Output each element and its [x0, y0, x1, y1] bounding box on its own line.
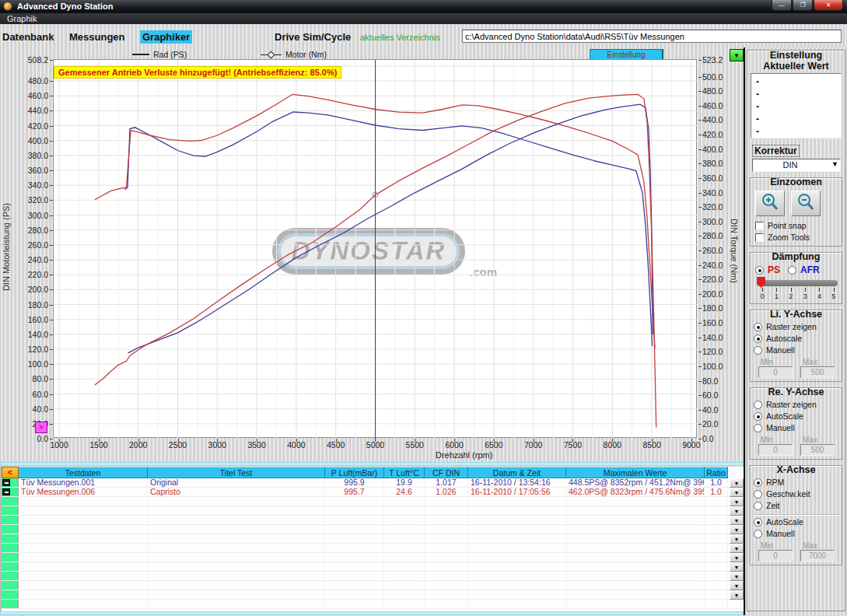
column-header-t-luft-c[interactable]: T Luft°C	[384, 467, 425, 478]
radio-geschw-keit[interactable]: Geschw.keit	[754, 489, 838, 499]
tab-drive-sim-cycle[interactable]: Drive Sim/Cycle	[272, 30, 353, 44]
radio-label: Manuell	[766, 423, 795, 432]
tab-graphiker[interactable]: Graphiker	[140, 30, 192, 44]
row-selector-cell[interactable]	[2, 497, 19, 506]
li-y-min-input[interactable]: 0	[758, 366, 793, 378]
korrektur-dropdown[interactable]: DIN ▼	[752, 159, 841, 172]
row-selector-cell[interactable]	[2, 478, 19, 487]
tab-datenbank[interactable]: Datenbank	[0, 30, 56, 44]
row-selector-cell[interactable]	[2, 600, 19, 608]
horizontal-scroll-strip[interactable]	[0, 462, 744, 466]
checkbox-icon[interactable]	[755, 222, 764, 230]
directory-path-input[interactable]	[462, 30, 842, 43]
radio-autoscale[interactable]: AutoScale	[754, 517, 838, 527]
magenta-expand-button[interactable]: >	[35, 422, 47, 433]
radio-icon[interactable]	[754, 334, 762, 343]
row-dropdown-button[interactable]: ▼	[730, 590, 744, 600]
row-selector-cell[interactable]	[2, 544, 19, 552]
column-header-titel-test[interactable]: Titel Test	[148, 467, 325, 478]
row-select-icon[interactable]	[2, 479, 10, 486]
zoom-in-button[interactable]	[755, 191, 785, 216]
radio-ps[interactable]: PS	[755, 264, 780, 275]
maximize-button[interactable]: ❐	[793, 0, 813, 11]
x-min-input[interactable]: 0	[758, 550, 793, 562]
radio-icon[interactable]	[754, 346, 762, 355]
radio-manuell[interactable]: Manuell	[754, 345, 838, 355]
row-selector-cell[interactable]	[2, 572, 19, 580]
radio-autoscale[interactable]: Autoscale	[754, 334, 838, 343]
row-selector-cell[interactable]	[2, 581, 19, 590]
radio-icon[interactable]	[754, 530, 762, 538]
bottom-scroll-strip[interactable]	[0, 611, 744, 615]
table-cell	[566, 516, 705, 524]
row-selector-cell[interactable]	[2, 516, 19, 524]
row-selector-cell[interactable]	[2, 506, 19, 515]
radio-raster-zeigen[interactable]: Raster zeigen	[754, 400, 838, 409]
radio-icon[interactable]	[754, 424, 762, 432]
daempfung-slider[interactable]	[757, 280, 838, 286]
zoom-out-button[interactable]	[791, 191, 821, 216]
row-selector-cell[interactable]	[2, 534, 19, 543]
checkbox-icon[interactable]	[755, 233, 764, 242]
row-selector-cell[interactable]	[2, 553, 19, 562]
row-dropdown-button[interactable]: ▼	[730, 581, 744, 590]
radio-rpm[interactable]: RPM	[754, 478, 838, 487]
left-tick-mark	[50, 156, 53, 156]
radio-icon[interactable]	[754, 401, 762, 409]
menu-item-graphik[interactable]: Graphik	[4, 13, 40, 24]
row-dropdown-button[interactable]: ▼	[730, 572, 744, 581]
row-selector-cell[interactable]	[2, 488, 19, 496]
row-dropdown-button[interactable]: ▼	[730, 516, 744, 525]
column-header-cf-din[interactable]: CF DIN	[425, 467, 468, 478]
column-header-ratio[interactable]: Ratio	[705, 467, 728, 478]
column-header-datum-zeit[interactable]: Datum & Zeit	[468, 467, 566, 478]
radio-icon[interactable]	[788, 266, 796, 275]
checkbox-point-snap[interactable]: Point snap	[755, 221, 838, 230]
column-header-testdaten[interactable]: Testdaten	[19, 467, 148, 478]
li-y-max-input[interactable]: 500	[800, 366, 835, 378]
row-dropdown-button[interactable]: ▼	[730, 497, 744, 506]
radio-raster-zeigen[interactable]: Raster zeigen	[754, 322, 838, 331]
row-dropdown-button[interactable]: ▼	[730, 506, 744, 516]
table-row[interactable]: Tüv Messungen.001Original995.919.91.0171…	[2, 478, 745, 488]
radio-icon[interactable]	[755, 266, 764, 275]
radio-icon[interactable]	[754, 478, 762, 487]
radio-autoscale[interactable]: AutoScale	[754, 411, 838, 421]
radio-manuell[interactable]: Manuell	[754, 423, 838, 432]
drivetrain-loss-warning: Gemessener Antrieb Verluste hinzugefügt!…	[54, 66, 341, 79]
row-dropdown-button[interactable]: ▼	[730, 544, 744, 553]
radio-zeit[interactable]: Zeit	[754, 501, 838, 510]
row-dropdown-button[interactable]: ▼	[730, 534, 744, 544]
radio-icon[interactable]	[754, 490, 762, 499]
row-selector-cell[interactable]	[2, 562, 19, 571]
row-selector-cell[interactable]	[2, 590, 19, 599]
table-cell	[425, 553, 468, 562]
row-dropdown-button[interactable]: ▼	[730, 562, 744, 572]
column-header-maximalen-werte[interactable]: Maximalen Werte	[566, 467, 705, 478]
row-selector-cell[interactable]	[2, 525, 19, 534]
radio-icon[interactable]	[754, 518, 762, 527]
table-row[interactable]: Tüv Messungen.006Capristo995.724.61.0261…	[2, 488, 745, 497]
radio-icon[interactable]	[754, 502, 762, 510]
row-dropdown-button[interactable]: ▼	[730, 488, 744, 497]
radio-icon[interactable]	[754, 412, 762, 421]
radio-icon[interactable]	[754, 323, 762, 331]
re-y-min-input[interactable]: 0	[758, 444, 793, 456]
collapse-table-button[interactable]: <	[2, 467, 19, 478]
slider-thumb[interactable]	[757, 277, 765, 288]
re-y-max-input[interactable]: 500	[800, 444, 835, 456]
radio-afr[interactable]: AFR	[788, 264, 820, 275]
row-select-icon[interactable]	[2, 488, 10, 495]
close-button[interactable]: ✕	[814, 0, 843, 11]
tab-messungen[interactable]: Messungen	[67, 30, 128, 44]
aktueller-wert-list[interactable]: -----	[751, 73, 842, 138]
row-dropdown-button[interactable]: ▼	[730, 525, 744, 534]
x-max-input[interactable]: 7000	[800, 550, 835, 562]
checkbox-zoom-tools[interactable]: Zoom Tools	[755, 233, 838, 242]
row-dropdown-button[interactable]: ▼	[730, 553, 744, 562]
column-header-p-luft-mbar-[interactable]: P Luft(mBar)	[325, 467, 384, 478]
radio-manuell[interactable]: Manuell	[754, 529, 838, 538]
table-cell	[468, 497, 566, 506]
minimize-button[interactable]: —	[772, 0, 792, 11]
row-dropdown-button[interactable]: ▼	[730, 478, 744, 488]
